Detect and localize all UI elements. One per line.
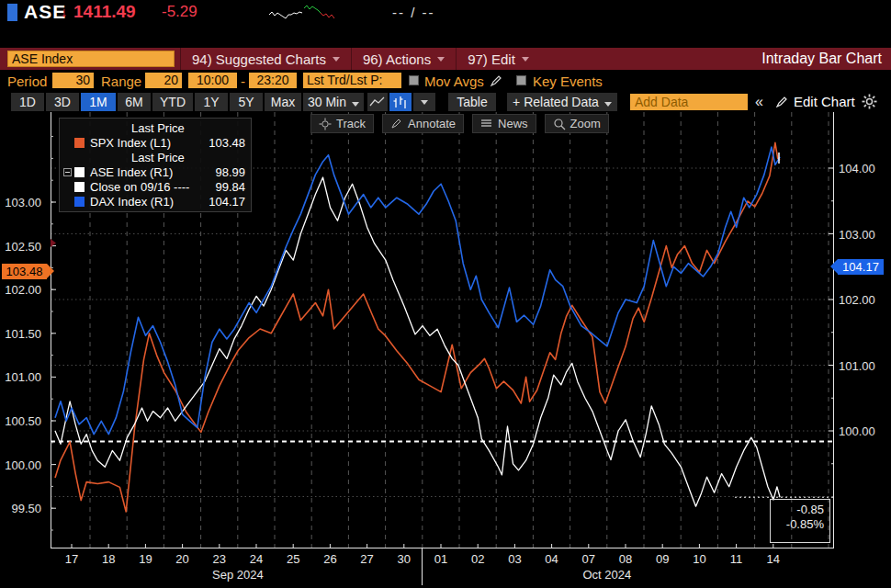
key-events-label: Key Events: [533, 74, 603, 89]
zoom-icon: [553, 118, 566, 130]
table-button[interactable]: Table: [448, 93, 496, 111]
range-input[interactable]: 20: [145, 73, 182, 88]
mov-avgs-pencil-icon[interactable]: [490, 74, 502, 87]
chart-legend: Last PriceSPX Index (L1)103.48Last Price…: [59, 118, 252, 212]
change-percent: -0.85%: [771, 517, 824, 532]
edit-chart-button[interactable]: Edit Chart: [776, 94, 855, 109]
dax-last-price-badge: 104.17: [838, 259, 884, 275]
legend-header: Last Price: [60, 120, 251, 135]
key-events-checkbox[interactable]: [516, 75, 526, 85]
mov-avgs-checkbox[interactable]: [409, 75, 419, 85]
left-axis-label: 102.50: [0, 240, 46, 254]
add-data-input[interactable]: [630, 94, 748, 110]
day-label: 01: [425, 552, 457, 566]
news-button[interactable]: News: [472, 114, 536, 133]
down-arrow-icon: ↓: [61, 4, 68, 19]
security-input[interactable]: [7, 51, 175, 67]
period-input[interactable]: 30: [52, 73, 94, 88]
gear-icon[interactable]: [862, 94, 877, 109]
legend-row[interactable]: DAX Index (R1)104.17: [60, 194, 251, 209]
tab-ytd[interactable]: YTD: [152, 93, 193, 111]
right-axis-label: 102.00: [839, 293, 886, 307]
right-axis-label: 101.00: [839, 359, 886, 373]
day-label: 08: [610, 552, 641, 566]
chevron-down-icon: [604, 102, 612, 107]
tab-1m[interactable]: 1M: [81, 93, 116, 111]
day-label: 04: [536, 552, 568, 566]
interval-dropdown[interactable]: 30 Min: [303, 93, 364, 111]
menu-item--edit[interactable]: 97) Edit: [456, 48, 540, 70]
page-title: Intraday Bar Chart: [761, 51, 882, 67]
chevron-down-icon: [352, 102, 359, 107]
day-label: 18: [93, 552, 124, 566]
legend-color-chip: [74, 197, 85, 207]
time-from-input[interactable]: 10:00: [188, 73, 237, 88]
tab-6m[interactable]: 6M: [118, 93, 151, 111]
legend-row[interactable]: SPX Index (L1)103.48: [60, 135, 251, 150]
day-label: 24: [241, 552, 272, 566]
legend-row[interactable]: ASE Index (R1)98.99: [60, 164, 251, 179]
change-annotation-box: -0.85 -0.85%: [770, 499, 830, 543]
last-price: 1411.49: [73, 2, 136, 22]
pencil-icon: [776, 96, 788, 107]
mov-avgs-label: Mov Avgs: [424, 74, 484, 89]
menu-bar: 94) Suggested Charts96) Actions97) Edit …: [0, 48, 891, 70]
menu-items: 94) Suggested Charts96) Actions97) Edit: [175, 48, 540, 70]
legend-color-chip: [74, 182, 85, 192]
day-label: 26: [314, 552, 345, 566]
legend-color-chip: [74, 138, 85, 148]
left-axis-label: 100.50: [0, 414, 46, 428]
tab-1d[interactable]: 1D: [11, 93, 44, 111]
tab-3d[interactable]: 3D: [46, 93, 79, 111]
tab-5y[interactable]: 5Y: [230, 93, 263, 111]
ohlc-header-row: At17:19 O1421.18 H1424.19 L1410.77 Prev1…: [0, 24, 891, 48]
day-label: 27: [352, 552, 383, 566]
day-label: 02: [462, 552, 493, 566]
x-axis-band: 1718192023242526273001020304070809101114…: [0, 548, 891, 588]
period-label: Period: [7, 74, 47, 89]
chevron-down-icon: [522, 57, 529, 62]
chart-controls-row: Period 30 Range 20 10:00 - 23:20 Lst Trd…: [0, 70, 891, 92]
left-axis-label: 101.50: [0, 327, 46, 341]
bid-ask-fields: -- / --: [392, 5, 434, 20]
legend-header: Last Price: [60, 150, 251, 164]
track-button[interactable]: Track: [310, 114, 374, 133]
tab-max[interactable]: Max: [265, 93, 301, 111]
legend-row[interactable]: Close on 09/16 ----99.84: [60, 179, 251, 194]
left-axis-label: 102.00: [0, 283, 46, 297]
chart-toolbar: TrackAnnotateNewsZoom: [310, 114, 609, 133]
menu-item--suggested-charts[interactable]: 94) Suggested Charts: [180, 48, 351, 70]
tab-1y[interactable]: 1Y: [195, 93, 228, 111]
day-label: 19: [130, 552, 161, 566]
time-dash: -: [241, 74, 245, 89]
bar-chart-type-button[interactable]: [389, 93, 412, 111]
day-label: 20: [167, 552, 198, 566]
price-change: -5.29: [162, 3, 197, 21]
terminal-logo: [7, 4, 17, 21]
sparkline-red: [321, 13, 334, 18]
spx-last-price-badge: 103.48: [2, 264, 47, 279]
menu-item--actions[interactable]: 96) Actions: [351, 48, 456, 70]
tree-expander-icon[interactable]: [63, 168, 72, 176]
sparkline-white: [269, 12, 302, 18]
left-axis-label: 103.00: [0, 196, 46, 209]
chart-type-dropdown[interactable]: [413, 93, 435, 111]
sparkline-green: [304, 6, 321, 13]
line-chart-type-button[interactable]: [367, 93, 388, 111]
track-icon: [319, 118, 332, 130]
left-axis-label: 101.00: [0, 370, 46, 384]
zoom-button[interactable]: Zoom: [545, 114, 609, 133]
range-label: Range: [101, 74, 141, 89]
day-label: 23: [204, 552, 235, 566]
day-label: 17: [56, 552, 87, 566]
day-label: 30: [389, 552, 420, 566]
price-mode-dropdown[interactable]: Lst Trd/Lst P:: [303, 73, 401, 88]
day-label: 03: [499, 552, 530, 566]
right-axis-label: 103.00: [839, 228, 886, 242]
right-axis-label: 100.00: [839, 424, 886, 438]
time-to-input[interactable]: 23:20: [249, 73, 297, 88]
related-data-dropdown[interactable]: + Related Data: [507, 93, 617, 111]
annotate-button[interactable]: Annotate: [382, 114, 464, 133]
collapse-chevrons[interactable]: «: [755, 94, 763, 110]
day-label: 07: [573, 552, 604, 566]
